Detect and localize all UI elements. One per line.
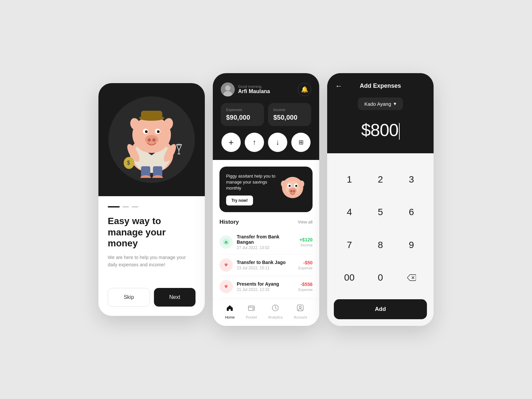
- onboarding-title: Easy way to manage your money: [108, 215, 196, 249]
- dashboard-body: Piggy assitant help you to manage your s…: [213, 160, 319, 299]
- tx-type: Expense: [298, 288, 313, 292]
- user-info: Good morning, Arfi Maulana: [221, 82, 270, 96]
- num-3-button[interactable]: 3: [396, 163, 427, 196]
- plus-icon: +: [228, 137, 233, 148]
- pig-illustration: $: [108, 96, 195, 183]
- category-pill-button[interactable]: Kado Ayang ▾: [358, 97, 403, 110]
- num-4-button[interactable]: 4: [334, 196, 365, 228]
- more-action-button[interactable]: ⊞: [291, 133, 311, 152]
- notification-button[interactable]: 🔔: [298, 83, 311, 96]
- username-text: Arfi Maulana: [238, 88, 270, 94]
- num-2-button[interactable]: 2: [365, 163, 396, 196]
- expenses-card: Expenses $90,000: [221, 103, 264, 126]
- add-expenses-screen: ← Add Expenses Kado Ayang ▾ $800 1 2 3 4…: [327, 73, 434, 326]
- view-all-link[interactable]: View all: [298, 219, 313, 224]
- income-value: $50,000: [273, 114, 306, 121]
- num-7-button[interactable]: 7: [334, 229, 365, 261]
- num-5-button[interactable]: 5: [365, 196, 396, 228]
- tx-expense-icon: [219, 280, 233, 293]
- account-icon: [296, 304, 304, 314]
- tx-amount: +$120: [300, 237, 313, 242]
- analytics-icon: [271, 304, 279, 314]
- next-button[interactable]: Next: [154, 288, 196, 307]
- pig-svg: $: [118, 101, 185, 178]
- pocket-label: Pocket: [246, 315, 257, 319]
- tx-income-icon: [219, 235, 233, 249]
- num-9-button[interactable]: 9: [396, 229, 427, 261]
- nav-pocket[interactable]: Pocket: [246, 304, 257, 319]
- arrow-down-icon: ↓: [276, 138, 280, 147]
- amount-display: $800: [335, 120, 426, 140]
- numpad: 1 2 3 4 5 6 7 8 9 00 0: [334, 163, 427, 294]
- svg-point-11: [148, 138, 151, 142]
- tx-type: Expense: [298, 266, 313, 270]
- home-label: Home: [225, 315, 235, 319]
- nav-analytics[interactable]: Analytics: [268, 304, 283, 319]
- promo-pig-emoji: [279, 174, 306, 204]
- num-00-button[interactable]: 00: [334, 261, 365, 294]
- tx-type: Income: [300, 243, 313, 247]
- transaction-item: Transfer to Bank Jago 23 Jul 2022, 15:11…: [219, 254, 313, 276]
- add-expense-button[interactable]: Add: [334, 299, 427, 319]
- amount-value: $800: [361, 120, 398, 140]
- delete-button[interactable]: [396, 261, 427, 294]
- tx-details: Presents for Ayang 21 Jul 2022, 12:32: [237, 281, 294, 292]
- dot-1: [108, 206, 120, 207]
- add-expense-title: Add Expenses: [360, 82, 401, 89]
- tx-amount: -$50: [298, 260, 313, 265]
- num-0-button[interactable]: 0: [365, 261, 396, 294]
- tx-details: Transfer to Bank Jago 23 Jul 2022, 15:11: [237, 260, 294, 270]
- num-6-button[interactable]: 6: [396, 196, 427, 228]
- user-avatar: [221, 82, 235, 96]
- expenses-label: Expenses: [226, 108, 259, 112]
- num-1-button[interactable]: 1: [334, 163, 365, 196]
- tx-expense-icon: [219, 258, 233, 272]
- add-action-button[interactable]: +: [221, 133, 241, 152]
- tx-name: Transfer to Bank Jago: [237, 260, 294, 265]
- tx-amount: -$556: [298, 282, 313, 287]
- screens-container: $ Easy way to man: [98, 73, 434, 326]
- nav-home[interactable]: Home: [225, 304, 235, 319]
- onboarding-buttons: Skip Next: [108, 288, 196, 307]
- account-label: Account: [294, 315, 307, 319]
- progress-dots: [108, 206, 196, 207]
- onboarding-screen: $ Easy way to man: [98, 83, 205, 316]
- num-8-button[interactable]: 8: [365, 229, 396, 261]
- add-expense-header: ← Add Expenses: [335, 82, 426, 89]
- svg-rect-47: [248, 306, 254, 311]
- promo-try-button[interactable]: Try now!: [226, 196, 253, 205]
- expenses-value: $90,000: [226, 114, 259, 121]
- bell-icon: 🔔: [301, 86, 308, 93]
- skip-button[interactable]: Skip: [108, 288, 150, 307]
- category-label: Kado Ayang: [364, 101, 391, 107]
- transaction-item: Presents for Ayang 21 Jul 2022, 12:32 -$…: [219, 276, 313, 298]
- svg-point-28: [225, 85, 230, 91]
- svg-rect-48: [252, 308, 254, 310]
- income-label: Income: [273, 108, 306, 112]
- arrow-up-icon: ↑: [253, 138, 256, 147]
- dashboard-screen: Good morning, Arfi Maulana 🔔 Expenses $9…: [213, 73, 319, 326]
- send-action-button[interactable]: ↑: [245, 133, 264, 152]
- svg-point-12: [152, 138, 156, 142]
- history-header: History View all: [219, 219, 313, 225]
- chevron-down-icon: ▾: [394, 101, 396, 107]
- dashboard-top: Good morning, Arfi Maulana 🔔 Expenses $9…: [213, 73, 319, 160]
- svg-point-36: [289, 188, 297, 194]
- grid-icon: ⊞: [299, 139, 304, 146]
- tx-name: Transfer from Bank Bangan: [237, 234, 296, 245]
- action-buttons: + ↑ ↓ ⊞: [221, 133, 311, 152]
- receive-action-button[interactable]: ↓: [268, 133, 287, 152]
- analytics-label: Analytics: [268, 315, 283, 319]
- dashboard-header: Good morning, Arfi Maulana 🔔: [221, 82, 311, 96]
- back-button[interactable]: ←: [335, 82, 342, 90]
- svg-point-8: [145, 130, 148, 133]
- onboarding-content: Easy way to manage your money We are her…: [98, 196, 205, 316]
- stats-row: Expenses $90,000 Income $50,000: [221, 103, 311, 126]
- add-expenses-top: ← Add Expenses Kado Ayang ▾ $800: [327, 73, 434, 153]
- promo-description: Piggy assitant help you to manage your s…: [226, 173, 279, 192]
- delete-icon: [407, 274, 416, 281]
- nav-account[interactable]: Account: [294, 304, 307, 319]
- promo-text-section: Piggy assitant help you to manage your s…: [226, 173, 279, 205]
- svg-point-35: [295, 185, 297, 187]
- pocket-icon: [247, 304, 255, 314]
